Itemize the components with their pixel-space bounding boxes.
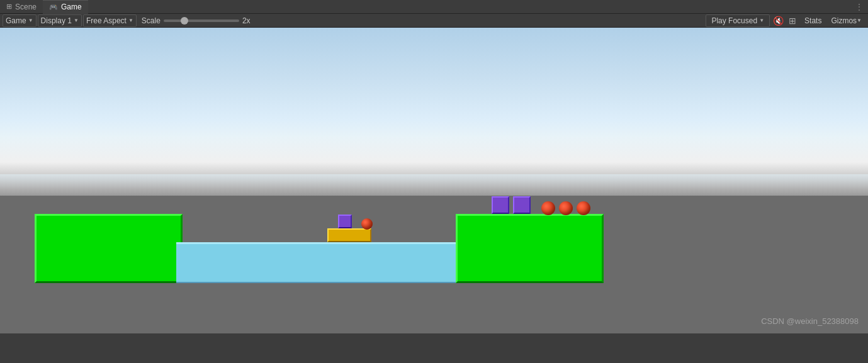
tab-scene-label: Scene	[15, 3, 37, 11]
tab-more-button[interactable]: ⋮	[855, 3, 868, 11]
grid-icon: ⊞	[789, 16, 796, 26]
red-ball-right-2	[559, 201, 573, 215]
scale-area: Scale 2x	[142, 16, 255, 25]
tab-game[interactable]: 🎮 Game	[43, 0, 88, 14]
scale-label: Scale	[142, 16, 161, 25]
mute-button[interactable]: 🔇	[772, 14, 784, 27]
tab-game-label: Game	[61, 3, 82, 11]
play-focused-chevron-icon: ▼	[759, 18, 764, 23]
yellow-raft	[327, 228, 371, 242]
display-dropdown-label: Display 1	[41, 16, 72, 25]
tab-bar: ⊞ Scene 🎮 Game ⋮	[0, 0, 868, 14]
purple-cube-left	[338, 215, 352, 228]
display-chevron-icon: ▼	[74, 18, 79, 23]
sky-background	[0, 28, 868, 196]
purple-cube-right-2	[513, 196, 531, 214]
mute-icon: 🔇	[773, 16, 784, 26]
display-dropdown[interactable]: Display 1 ▼	[38, 14, 82, 27]
tab-scene[interactable]: ⊞ Scene	[0, 0, 43, 14]
red-ball-right-1	[541, 201, 555, 215]
play-focused-label: Play Focused	[711, 16, 757, 25]
gizmos-chevron-icon: ▼	[857, 18, 862, 23]
aspect-dropdown[interactable]: Free Aspect ▼	[83, 14, 137, 27]
watermark-text: CSDN @weixin_52388098	[761, 316, 859, 326]
purple-cube-right-1	[492, 196, 509, 214]
gizmos-label: Gizmos	[831, 16, 857, 25]
scene-icon: ⊞	[6, 3, 12, 11]
game-icon: 🎮	[49, 3, 58, 11]
tab-more-icon: ⋮	[855, 3, 863, 11]
scale-value: 2x	[242, 16, 255, 25]
red-ball-right-3	[577, 201, 590, 215]
game-chevron-icon: ▼	[28, 18, 33, 23]
left-green-platform	[35, 214, 183, 283]
aspect-dropdown-label: Free Aspect	[86, 16, 127, 25]
toolbar: Game ▼ Display 1 ▼ Free Aspect ▼ Scale 2…	[0, 14, 868, 28]
scale-slider[interactable]	[164, 20, 239, 22]
gizmos-button[interactable]: Gizmos ▼	[827, 14, 865, 27]
game-dropdown-label: Game	[6, 16, 26, 25]
watermark: CSDN @weixin_52388098	[761, 316, 859, 326]
play-focused-button[interactable]: Play Focused ▼	[706, 14, 770, 27]
right-green-platform	[456, 214, 604, 283]
blue-water-platform	[176, 242, 463, 283]
scale-slider-container	[164, 20, 239, 22]
aspect-chevron-icon: ▼	[128, 18, 133, 23]
game-dropdown[interactable]: Game ▼	[3, 14, 37, 27]
game-viewport: CSDN @weixin_52388098	[0, 28, 868, 333]
stats-button[interactable]: Stats	[801, 14, 825, 27]
stats-label: Stats	[804, 16, 821, 25]
grid-button[interactable]: ⊞	[786, 14, 799, 27]
toolbar-right: Play Focused ▼ 🔇 ⊞ Stats Gizmos ▼	[706, 14, 865, 27]
red-ball-left	[361, 218, 373, 230]
